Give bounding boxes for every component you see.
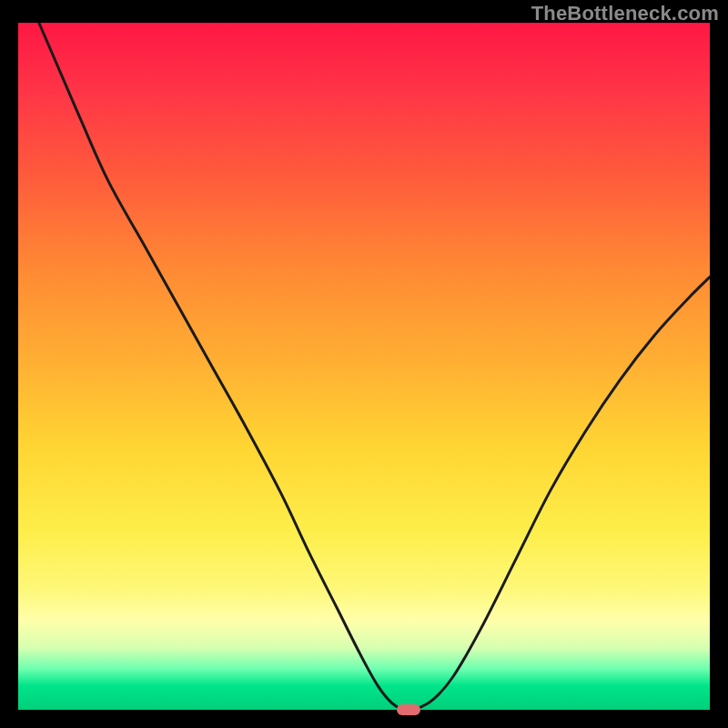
bottleneck-curve [39, 23, 710, 710]
optimum-marker [397, 704, 420, 716]
plot-area [18, 23, 710, 710]
curve-svg [18, 23, 710, 710]
chart-stage: TheBottleneck.com [0, 0, 728, 728]
